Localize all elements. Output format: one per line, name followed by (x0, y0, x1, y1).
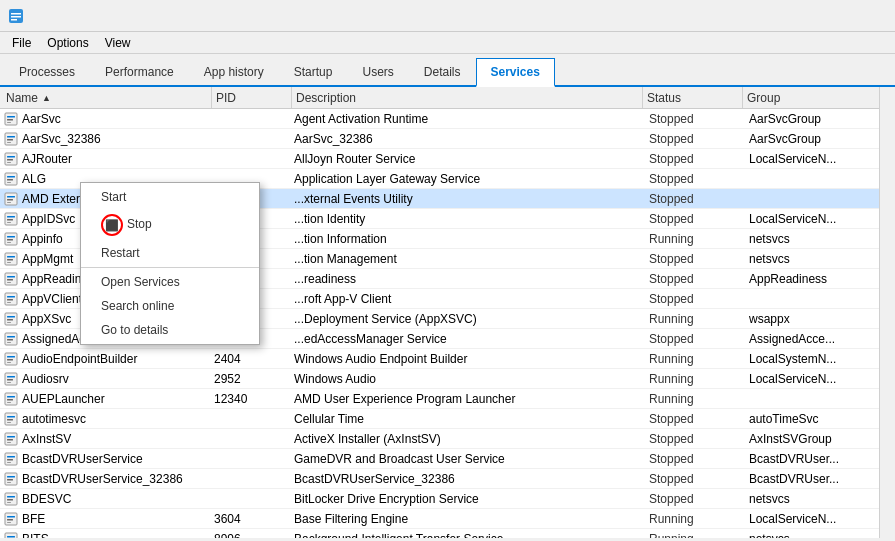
tab-processes[interactable]: Processes (4, 58, 90, 87)
col-group[interactable]: Group (743, 87, 893, 108)
cell-status: Stopped (645, 132, 745, 146)
svg-rect-71 (7, 442, 11, 443)
menu-view[interactable]: View (97, 34, 139, 52)
table-row[interactable]: BcastDVRUserService_32386 BcastDVRUserSe… (0, 469, 895, 489)
cell-pid: 12340 (210, 392, 290, 406)
col-name[interactable]: Name ▲ (2, 87, 212, 108)
cell-description: ...tion Identity (290, 212, 645, 226)
cell-group: BcastDVRUser... (745, 472, 895, 486)
svg-rect-63 (7, 402, 11, 403)
svg-rect-17 (7, 176, 15, 178)
table-row[interactable]: autotimesvc Cellular Time Stopped autoTi… (0, 409, 895, 429)
context-open-services[interactable]: Open Services (81, 270, 259, 294)
service-icon (4, 512, 18, 526)
cell-status: Stopped (645, 112, 745, 126)
table-row[interactable]: AarSvc_32386 AarSvc_32386 Stopped AarSvc… (0, 129, 895, 149)
close-button[interactable] (841, 3, 887, 29)
tab-users[interactable]: Users (347, 58, 408, 87)
tab-details[interactable]: Details (409, 58, 476, 87)
svg-rect-61 (7, 396, 15, 398)
cell-status: Stopped (645, 272, 745, 286)
context-separator (81, 267, 259, 268)
cell-status: Stopped (645, 432, 745, 446)
table-row[interactable]: BITS 8996 Background Intelligent Transfe… (0, 529, 895, 538)
sort-arrow-name: ▲ (42, 93, 51, 103)
cell-name: AJRouter (0, 152, 210, 166)
cell-status: Stopped (645, 452, 745, 466)
cell-group: AxInstSVGroup (745, 432, 895, 446)
table-row[interactable]: AUEPLauncher 12340 AMD User Experience P… (0, 389, 895, 409)
table-row[interactable]: AarSvc Agent Activation Runtime Stopped … (0, 109, 895, 129)
cell-name: AxInstSV (0, 432, 210, 446)
cell-group: AarSvcGroup (745, 112, 895, 126)
context-go-to-details[interactable]: Go to details (81, 318, 259, 342)
cell-pid: 8996 (210, 532, 290, 539)
svg-rect-88 (5, 533, 17, 539)
service-icon (4, 352, 18, 366)
table-row[interactable]: AxInstSV ActiveX Installer (AxInstSV) St… (0, 429, 895, 449)
cell-description: ...xternal Events Utility (290, 192, 645, 206)
service-name: AUEPLauncher (22, 392, 105, 406)
tab-performance[interactable]: Performance (90, 58, 189, 87)
scrollbar[interactable] (879, 87, 895, 538)
cell-status: Stopped (645, 192, 745, 206)
cell-description: Agent Activation Runtime (290, 112, 645, 126)
cell-description: Windows Audio Endpoint Builder (290, 352, 645, 366)
table-row[interactable]: Audiosrv 2952 Windows Audio Running Loca… (0, 369, 895, 389)
cell-description: ...Deployment Service (AppXSVC) (290, 312, 645, 326)
col-status[interactable]: Status (643, 87, 743, 108)
cell-name: Audiosrv (0, 372, 210, 386)
service-icon (4, 132, 18, 146)
svg-rect-47 (7, 322, 11, 323)
minimize-button[interactable] (745, 3, 791, 29)
svg-rect-22 (7, 199, 13, 201)
table-row[interactable]: BcastDVRUserService GameDVR and Broadcas… (0, 449, 895, 469)
service-name: BcastDVRUserService_32386 (22, 472, 183, 486)
service-name: BcastDVRUserService (22, 452, 143, 466)
cell-status: Running (645, 512, 745, 526)
svg-rect-51 (7, 342, 11, 343)
service-icon (4, 392, 18, 406)
svg-rect-37 (7, 276, 15, 278)
svg-rect-89 (7, 536, 15, 538)
cell-name: BDESVC (0, 492, 210, 506)
svg-rect-3 (11, 19, 17, 21)
context-search-online[interactable]: Search online (81, 294, 259, 318)
cell-group: LocalServiceN... (745, 512, 895, 526)
cell-status: Stopped (645, 252, 745, 266)
context-restart[interactable]: Restart (81, 241, 259, 265)
svg-rect-26 (7, 219, 13, 221)
service-icon (4, 152, 18, 166)
tab-startup[interactable]: Startup (279, 58, 348, 87)
window-controls (745, 3, 887, 29)
cell-description: Windows Audio (290, 372, 645, 386)
service-icon (4, 192, 18, 206)
svg-rect-6 (7, 119, 13, 121)
table-row[interactable]: AudioEndpointBuilder 2404 Windows Audio … (0, 349, 895, 369)
table-row[interactable]: AJRouter AllJoyn Router Service Stopped … (0, 149, 895, 169)
context-start[interactable]: Start (81, 185, 259, 209)
context-stop[interactable]: ⬛Stop (81, 209, 259, 241)
cell-description: Background Intelligent Transfer Service (290, 532, 645, 539)
svg-rect-73 (7, 456, 15, 458)
cell-group: AarSvcGroup (745, 132, 895, 146)
cell-status: Stopped (645, 212, 745, 226)
svg-rect-66 (7, 419, 13, 421)
col-description[interactable]: Description (292, 87, 643, 108)
cell-status: Stopped (645, 332, 745, 346)
svg-rect-10 (7, 139, 13, 141)
svg-rect-65 (7, 416, 15, 418)
maximize-button[interactable] (793, 3, 839, 29)
menu-options[interactable]: Options (39, 34, 96, 52)
tab-services[interactable]: Services (476, 58, 555, 87)
cell-pid: 2404 (210, 352, 290, 366)
cell-name: AarSvc (0, 112, 210, 126)
tab-app-history[interactable]: App history (189, 58, 279, 87)
table-row[interactable]: BDESVC BitLocker Drive Encryption Servic… (0, 489, 895, 509)
col-pid[interactable]: PID (212, 87, 292, 108)
service-icon (4, 312, 18, 326)
svg-rect-29 (7, 236, 15, 238)
menu-file[interactable]: File (4, 34, 39, 52)
service-name: autotimesvc (22, 412, 86, 426)
table-row[interactable]: BFE 3604 Base Filtering Engine Running L… (0, 509, 895, 529)
